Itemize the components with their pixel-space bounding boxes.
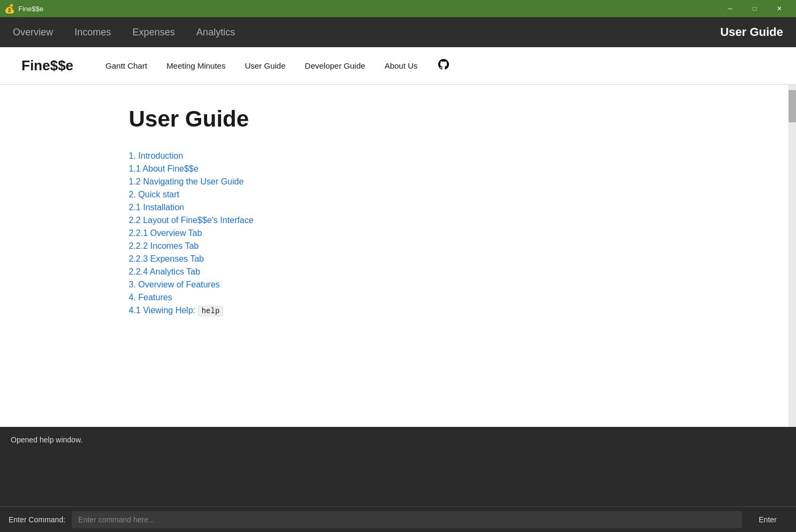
toc-link-about[interactable]: 1.1 About Fine$$e bbox=[129, 164, 198, 173]
maximize-button[interactable]: □ bbox=[742, 0, 767, 17]
web-header: Fine$$e Gantt Chart Meeting Minutes User… bbox=[0, 47, 796, 85]
app-nav-items: Overview Incomes Expenses Analytics bbox=[13, 25, 720, 40]
title-bar-controls: ─ □ ✕ bbox=[718, 0, 792, 17]
command-input[interactable] bbox=[72, 511, 742, 528]
help-code: help bbox=[198, 306, 224, 316]
terminal-message: Opened help window. bbox=[11, 435, 785, 444]
toc-link-overview-tab[interactable]: 2.2.1 Overview Tab bbox=[129, 228, 202, 238]
command-label: Enter Command: bbox=[9, 515, 65, 524]
scrollbar[interactable] bbox=[788, 85, 796, 427]
github-icon[interactable] bbox=[437, 58, 450, 74]
table-of-contents: 1. Introduction 1.1 About Fine$$e 1.2 Na… bbox=[129, 151, 746, 315]
main-area: Fine$$e Gantt Chart Meeting Minutes User… bbox=[0, 47, 796, 427]
content-area: User Guide 1. Introduction 1.1 About Fin… bbox=[0, 85, 796, 427]
toc-link-intro[interactable]: 1. Introduction bbox=[129, 151, 183, 160]
nav-meeting-minutes[interactable]: Meeting Minutes bbox=[166, 61, 225, 70]
nav-developer-guide[interactable]: Developer Guide bbox=[305, 61, 365, 70]
enter-button[interactable]: Enter bbox=[748, 511, 787, 528]
toc-link-features[interactable]: 4. Features bbox=[129, 293, 172, 302]
web-logo[interactable]: Fine$$e bbox=[21, 57, 73, 74]
nav-gantt-chart[interactable]: Gantt Chart bbox=[106, 61, 148, 70]
minimize-button[interactable]: ─ bbox=[718, 0, 742, 17]
nav-item-expenses[interactable]: Expenses bbox=[132, 25, 175, 40]
current-page-title: User Guide bbox=[720, 25, 783, 39]
toc-item-intro: 1. Introduction bbox=[129, 151, 746, 161]
toc-item-features: 4. Features bbox=[129, 293, 746, 302]
scroll-thumb[interactable] bbox=[788, 90, 796, 122]
app-icon: 💰 bbox=[4, 4, 15, 14]
toc-item-about: 1.1 About Fine$$e bbox=[129, 164, 746, 174]
toc-link-installation[interactable]: 2.1 Installation bbox=[129, 203, 184, 212]
toc-link-incomes-tab[interactable]: 2.2.2 Incomes Tab bbox=[129, 241, 198, 250]
toc-link-expenses-tab[interactable]: 2.2.3 Expenses Tab bbox=[129, 254, 204, 263]
close-button[interactable]: ✕ bbox=[767, 0, 792, 17]
toc-item-overview-tab: 2.2.1 Overview Tab bbox=[129, 228, 746, 238]
toc-link-quickstart[interactable]: 2. Quick start bbox=[129, 190, 179, 199]
nav-user-guide[interactable]: User Guide bbox=[245, 61, 285, 70]
nav-about-us[interactable]: About Us bbox=[385, 61, 418, 70]
toc-item-analytics-tab: 2.2.4 Analytics Tab bbox=[129, 267, 746, 277]
toc-item-incomes-tab: 2.2.2 Incomes Tab bbox=[129, 241, 746, 251]
page-title: User Guide bbox=[129, 106, 746, 132]
toc-link-analytics-tab[interactable]: 2.2.4 Analytics Tab bbox=[129, 267, 200, 276]
toc-item-features-overview: 3. Overview of Features bbox=[129, 280, 746, 290]
terminal-area: Opened help window. bbox=[0, 427, 796, 506]
toc-link-features-overview[interactable]: 3. Overview of Features bbox=[129, 280, 220, 289]
nav-item-incomes[interactable]: Incomes bbox=[75, 25, 111, 40]
title-bar: 💰 Fine$$e ─ □ ✕ bbox=[0, 0, 796, 17]
content-scroll[interactable]: User Guide 1. Introduction 1.1 About Fin… bbox=[0, 85, 788, 427]
app-nav: Overview Incomes Expenses Analytics User… bbox=[0, 17, 796, 47]
web-nav: Gantt Chart Meeting Minutes User Guide D… bbox=[106, 58, 450, 74]
toc-link-layout[interactable]: 2.2 Layout of Fine$$e's Interface bbox=[129, 216, 254, 225]
toc-item-expenses-tab: 2.2.3 Expenses Tab bbox=[129, 254, 746, 264]
nav-item-analytics[interactable]: Analytics bbox=[196, 25, 235, 40]
command-bar: Enter Command: Enter bbox=[0, 506, 796, 532]
toc-item-quickstart: 2. Quick start bbox=[129, 190, 746, 200]
title-bar-left: 💰 Fine$$e bbox=[4, 4, 43, 14]
toc-item-layout: 2.2 Layout of Fine$$e's Interface bbox=[129, 216, 746, 225]
toc-link-navigating[interactable]: 1.2 Navigating the User Guide bbox=[129, 177, 244, 186]
toc-item-viewing-help: 4.1 Viewing Help: help bbox=[129, 306, 746, 315]
toc-item-navigating: 1.2 Navigating the User Guide bbox=[129, 177, 746, 187]
nav-item-overview[interactable]: Overview bbox=[13, 25, 53, 40]
app-title: Fine$$e bbox=[18, 5, 43, 13]
toc-item-installation: 2.1 Installation bbox=[129, 203, 746, 212]
toc-link-viewing-help[interactable]: 4.1 Viewing Help: help bbox=[129, 306, 223, 315]
